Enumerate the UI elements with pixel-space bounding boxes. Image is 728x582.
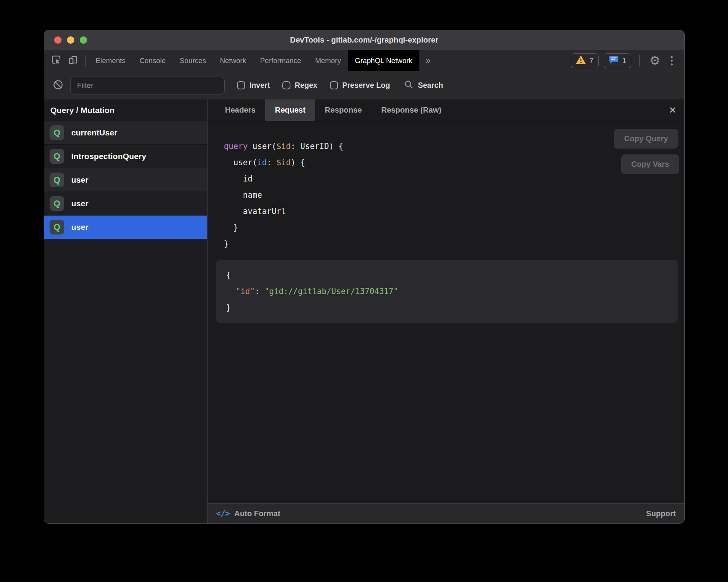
query-type-badge: Q [50, 173, 64, 187]
code-token: } [224, 239, 228, 248]
code-line: "id": "gid://gitlab/User/13704317" [226, 283, 668, 300]
regex-checkbox-group[interactable]: Regex [282, 81, 318, 90]
tab-label: Network [220, 56, 246, 65]
device-toolbar-icon[interactable] [68, 55, 78, 67]
query-item-label: IntrospectionQuery [71, 152, 146, 161]
support-link[interactable]: Support [646, 509, 676, 518]
detail-tab-label: Response (Raw) [381, 106, 441, 115]
content-split: Query / Mutation Q currentUser Q Introsp… [44, 99, 684, 523]
detail-tab-response-raw[interactable]: Response (Raw) [371, 99, 451, 121]
invert-checkbox[interactable] [237, 81, 245, 89]
tab-sources[interactable]: Sources [173, 50, 213, 71]
more-tabs-chevron-icon[interactable]: » [419, 50, 437, 71]
tool-icons [44, 50, 82, 71]
query-item-label: currentUser [71, 128, 117, 137]
copy-query-button[interactable]: Copy Query [614, 129, 678, 149]
code-token: "gid://gitlab/User/13704317" [264, 287, 398, 296]
code-line: user(id: $id) { [224, 154, 343, 171]
query-list-item-user-2[interactable]: Q user [44, 192, 207, 216]
query-type-badge: Q [50, 220, 64, 235]
search-label: Search [418, 81, 443, 90]
warnings-badge[interactable]: 7 [571, 53, 599, 68]
invert-label: Invert [249, 81, 270, 90]
code-brackets-icon: </> [216, 509, 230, 518]
window-title: DevTools - gitlab.com/-/graphql-explorer [290, 36, 438, 45]
code-token: : [255, 287, 264, 296]
more-options-icon[interactable] [667, 56, 676, 65]
devtools-window: DevTools - gitlab.com/-/graphql-explorer… [44, 30, 685, 524]
detail-tab-label: Response [325, 106, 362, 115]
detail-tab-response[interactable]: Response [315, 99, 372, 121]
search-control[interactable]: Search [404, 80, 443, 91]
code-token: } [224, 223, 238, 232]
code-line: name [224, 187, 343, 203]
tab-label: Memory [315, 56, 341, 65]
block-requests-icon[interactable] [53, 79, 64, 92]
preserve-log-checkbox-group[interactable]: Preserve Log [330, 81, 390, 90]
tab-graphql-network[interactable]: GraphQL Network [348, 50, 419, 71]
detail-tabbar: Headers Request Response Response (Raw) … [208, 99, 684, 121]
detail-panel: Headers Request Response Response (Raw) … [208, 99, 684, 523]
query-list-header: Query / Mutation [44, 99, 207, 121]
minimize-window-button[interactable] [67, 36, 74, 44]
messages-badge[interactable]: 1 [604, 53, 632, 68]
query-type-badge: Q [50, 125, 64, 140]
auto-format-button[interactable]: Auto Format [234, 509, 280, 518]
copy-vars-button[interactable]: Copy Vars [621, 154, 679, 174]
code-token: user( [224, 158, 257, 167]
code-token: { [226, 270, 231, 280]
preserve-log-checkbox[interactable] [330, 81, 338, 89]
warning-icon [576, 55, 586, 66]
inspect-element-icon[interactable] [51, 55, 62, 67]
settings-gear-icon[interactable]: ⚙ [648, 55, 662, 67]
query-list-item-introspectionquery[interactable]: Q IntrospectionQuery [44, 145, 207, 168]
query-list-panel: Query / Mutation Q currentUser Q Introsp… [44, 99, 208, 523]
query-list-item-currentuser[interactable]: Q currentUser [44, 121, 207, 145]
tab-elements[interactable]: Elements [89, 50, 132, 71]
tab-memory[interactable]: Memory [308, 50, 348, 71]
query-variables-panel: { "id": "gid://gitlab/User/13704317" } [216, 260, 678, 323]
invert-checkbox-group[interactable]: Invert [237, 81, 270, 90]
close-window-button[interactable] [54, 36, 62, 44]
query-list-item-user-1[interactable]: Q user [44, 168, 207, 192]
query-type-badge: Q [50, 196, 64, 211]
devtools-tabbar: Elements Console Sources Network Perform… [44, 50, 684, 71]
zoom-window-button[interactable] [80, 36, 87, 44]
code-token: name [224, 190, 262, 200]
code-token: avatarUrl [224, 207, 286, 216]
code-line: } [224, 236, 343, 252]
query-type-badge: Q [50, 149, 64, 164]
tabbar-right: 7 1 ⚙ [571, 50, 684, 71]
tab-network[interactable]: Network [213, 50, 253, 71]
graphql-query-code: query user($id: UserID) { user(id: $id) … [224, 138, 343, 252]
code-line: { [226, 267, 668, 283]
detail-tab-request[interactable]: Request [265, 99, 315, 121]
preserve-log-label: Preserve Log [342, 81, 390, 90]
code-token: $id [276, 142, 291, 151]
query-item-label: user [71, 199, 88, 208]
detail-tab-headers[interactable]: Headers [215, 99, 265, 121]
regex-checkbox[interactable] [282, 81, 290, 89]
tab-label: Performance [260, 56, 301, 65]
code-token: $id [276, 158, 291, 167]
code-token: : UserID) { [291, 142, 343, 151]
code-token: "id" [236, 287, 255, 296]
code-line: } [224, 219, 343, 236]
tab-label: GraphQL Network [355, 56, 412, 65]
tab-label: Console [139, 56, 166, 65]
code-token: id [257, 158, 267, 167]
search-icon [404, 80, 414, 91]
tab-console[interactable]: Console [132, 50, 173, 71]
filter-input[interactable] [70, 77, 225, 94]
detail-tab-label: Headers [225, 106, 256, 115]
query-item-label: user [71, 223, 88, 232]
query-list-item-user-3-selected[interactable]: Q user [44, 216, 207, 239]
tab-label: Sources [180, 56, 206, 65]
code-token: } [226, 303, 231, 312]
tab-performance[interactable]: Performance [253, 50, 308, 71]
regex-label: Regex [295, 81, 318, 90]
close-detail-icon[interactable]: ✕ [669, 99, 676, 121]
toolbar-divider [85, 55, 86, 67]
code-token: : [267, 158, 276, 167]
filter-bar: Invert Regex Preserve Log Search [44, 71, 684, 99]
